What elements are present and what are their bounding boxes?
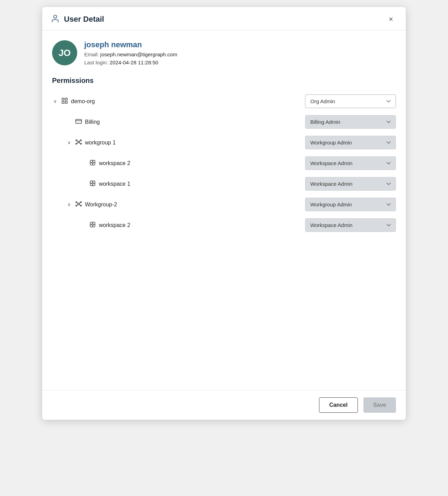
svg-line-34 (79, 202, 80, 203)
user-email: Email: joseph.newman@tigergraph.com (84, 51, 177, 57)
last-login-value: 2024-04-28 11:28:50 (110, 59, 158, 65)
perm-role-select[interactable]: Workgroup Admin (305, 198, 396, 211)
perm-left: ∨ demo-org (52, 97, 95, 106)
email-label: Email: (84, 51, 99, 57)
svg-rect-2 (65, 98, 67, 100)
dialog-header: User Detail × (42, 7, 406, 30)
user-name: joseph newman (84, 40, 177, 49)
svg-line-35 (77, 204, 78, 205)
user-info: JO joseph newman Email: joseph.newman@ti… (52, 40, 396, 65)
perm-label: workspace 2 (99, 160, 130, 166)
perm-role-select[interactable]: Workspace Admin (305, 177, 396, 191)
perm-label: demo-org (71, 98, 95, 105)
perm-select-wrapper: Workgroup Admin (305, 198, 396, 211)
perm-label: Billing (85, 119, 100, 125)
user-icon (51, 14, 60, 24)
avatar: JO (52, 40, 77, 65)
svg-rect-3 (62, 101, 64, 103)
dialog-footer: Cancel Save (42, 390, 406, 420)
perm-label: Workgroup-2 (85, 201, 117, 208)
permissions-title: Permissions (52, 77, 396, 85)
perm-select-wrapper: Workspace Admin (305, 156, 396, 170)
perm-left: workspace 2 (52, 159, 130, 168)
svg-line-33 (77, 202, 78, 203)
perm-label: workspace 1 (99, 181, 130, 187)
perm-role-select[interactable]: Workspace Admin (305, 218, 396, 232)
dialog-body: JO joseph newman Email: joseph.newman@ti… (42, 30, 406, 390)
perm-left: workspace 1 (52, 180, 130, 188)
perm-row: Billing Billing Admin (52, 112, 396, 132)
perm-role-select[interactable]: Billing Admin (305, 115, 396, 129)
workspace-icon (89, 221, 96, 229)
workspace-icon (89, 159, 96, 168)
perm-select-wrapper: Billing Admin (305, 115, 396, 129)
dialog-title: User Detail (64, 15, 104, 24)
workspace-icon (89, 180, 96, 188)
perm-role-select[interactable]: Org Admin (305, 94, 396, 108)
svg-rect-4 (65, 101, 67, 103)
perm-row: workspace 1 Workspace Admin (52, 173, 396, 194)
svg-point-0 (54, 15, 57, 18)
org-icon (61, 97, 68, 106)
svg-line-12 (77, 140, 78, 141)
perm-row: ∨ demo-org Org Admin (52, 91, 396, 112)
svg-rect-5 (76, 119, 82, 123)
perm-role-select[interactable]: Workgroup Admin (305, 136, 396, 149)
chevron-icon[interactable]: ∨ (66, 202, 72, 207)
perm-row: workspace 2 Workspace Admin (52, 215, 396, 235)
perm-row: ∨ workgroup 1 Workgroup Admin (52, 132, 396, 153)
billing-icon (75, 118, 82, 126)
svg-line-15 (79, 142, 80, 143)
perm-left: ∨ Workgroup-2 (52, 200, 117, 209)
perm-select-wrapper: Workgroup Admin (305, 136, 396, 149)
close-button[interactable]: × (386, 14, 396, 24)
chevron-icon[interactable]: ∨ (52, 99, 58, 104)
perm-select-wrapper: Org Admin (305, 94, 396, 108)
save-button[interactable]: Save (363, 397, 396, 413)
chevron-icon[interactable]: ∨ (66, 140, 72, 145)
permissions-section: Permissions ∨ demo-org Org Admin (52, 77, 396, 235)
last-login-label: Last login: (84, 59, 108, 65)
perm-select-wrapper: Workspace Admin (305, 177, 396, 191)
workgroup-icon (75, 139, 82, 147)
user-detail-dialog: User Detail × JO joseph newman Email: jo… (42, 7, 406, 420)
permissions-list: ∨ demo-org Org Admin Billing (52, 91, 396, 235)
email-value: joseph.newman@tigergraph.com (100, 51, 177, 57)
user-last-login: Last login: 2024-04-28 11:28:50 (84, 59, 177, 65)
dialog-title-group: User Detail (51, 14, 104, 24)
svg-line-14 (77, 142, 78, 143)
perm-select-wrapper: Workspace Admin (305, 218, 396, 232)
perm-left: Billing (52, 118, 100, 126)
perm-role-select[interactable]: Workspace Admin (305, 156, 396, 170)
perm-left: ∨ workgroup 1 (52, 139, 116, 147)
perm-label: workspace 2 (99, 222, 130, 228)
svg-line-13 (79, 140, 80, 141)
user-details: joseph newman Email: joseph.newman@tiger… (84, 40, 177, 65)
perm-left: workspace 2 (52, 221, 130, 229)
cancel-button[interactable]: Cancel (319, 397, 357, 413)
workgroup-icon (75, 200, 82, 209)
svg-rect-1 (62, 98, 64, 100)
svg-line-36 (79, 204, 80, 205)
perm-row: ∨ Workgroup-2 Workgroup Admin (52, 194, 396, 215)
perm-row: workspace 2 Workspace Admin (52, 153, 396, 173)
perm-label: workgroup 1 (85, 140, 116, 146)
